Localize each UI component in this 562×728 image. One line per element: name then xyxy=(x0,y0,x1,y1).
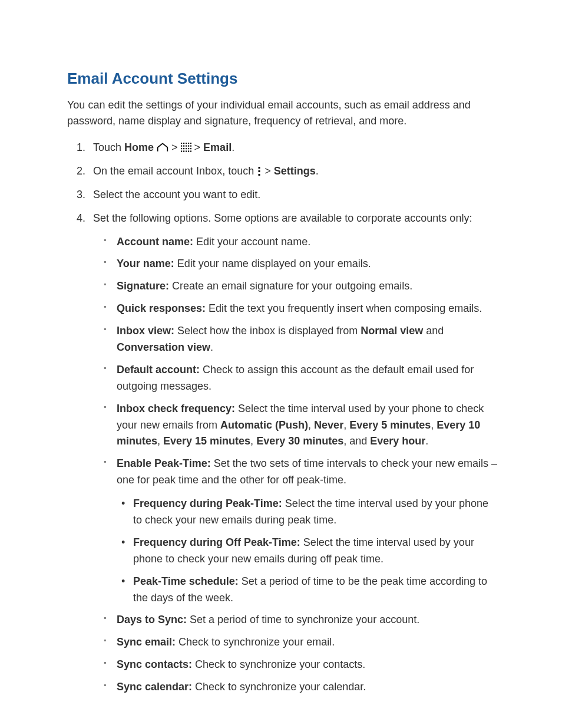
svg-rect-10 xyxy=(181,148,182,149)
svg-rect-20 xyxy=(259,167,260,169)
opt-enable-peak-time: Enable Peak-Time: Set the two sets of ti… xyxy=(117,456,497,606)
opt-label: Inbox view: xyxy=(117,325,174,337)
svg-rect-16 xyxy=(183,151,184,152)
opt-default-account: Default account: Check to assign this ac… xyxy=(117,362,497,395)
svg-rect-15 xyxy=(181,151,182,152)
v: Every 5 minutes xyxy=(349,419,431,431)
peak-sublist: Frequency during Peak-Time: Select the t… xyxy=(117,496,497,606)
opt-quick-responses: Quick responses: Edit the text you frequ… xyxy=(117,301,497,317)
settings-label: Settings xyxy=(274,165,316,177)
svg-rect-1 xyxy=(183,143,184,144)
v: Every 30 minutes xyxy=(256,435,343,447)
step-1: Touch Home > > Email. xyxy=(93,140,497,156)
opt-sync-contacts: Sync contacts: Check to synchronize your… xyxy=(117,657,497,673)
step-text: Set the following options. Some options … xyxy=(93,212,472,224)
t: , xyxy=(157,435,163,447)
dot: . xyxy=(210,341,213,353)
sub-peak-schedule: Peak-Time schedule: Set a period of time… xyxy=(133,574,497,607)
step-text: On the email account Inbox, touch xyxy=(93,165,257,177)
svg-rect-12 xyxy=(186,148,187,149)
apps-grid-icon xyxy=(181,143,191,152)
dot: . xyxy=(316,165,319,177)
svg-rect-22 xyxy=(259,174,260,176)
svg-rect-13 xyxy=(188,148,189,149)
svg-rect-8 xyxy=(188,146,189,147)
svg-rect-3 xyxy=(188,143,189,144)
page-title: Email Account Settings xyxy=(67,70,497,88)
gt: > xyxy=(168,141,181,153)
svg-rect-2 xyxy=(186,143,187,144)
svg-rect-11 xyxy=(183,148,184,149)
t: , xyxy=(308,419,314,431)
opt-your-name: Your name: Edit your name displayed on y… xyxy=(117,256,497,272)
svg-rect-21 xyxy=(259,170,260,172)
home-label: Home xyxy=(124,141,154,153)
step-4: Set the following options. Some options … xyxy=(93,210,497,696)
step-text: Touch xyxy=(93,141,124,153)
step-3: Select the account you want to edit. xyxy=(93,187,497,203)
intro-paragraph: You can edit the settings of your indivi… xyxy=(67,97,497,129)
opt-label: Your name: xyxy=(117,258,174,269)
opt-desc: Create an email signature for your outgo… xyxy=(169,280,412,292)
t: , and xyxy=(343,435,370,447)
gt: > xyxy=(191,141,204,153)
opt-label: Days to Sync: xyxy=(117,614,187,625)
steps-list: Touch Home > > Email. On the email accou… xyxy=(67,140,497,696)
opt-sync-email: Sync email: Check to synchronize your em… xyxy=(117,634,497,651)
sub-label: Peak-Time schedule: xyxy=(133,575,239,587)
svg-rect-17 xyxy=(186,151,187,152)
svg-rect-7 xyxy=(186,146,187,147)
v: Every 15 minutes xyxy=(163,435,250,447)
step-2: On the email account Inbox, touch > Sett… xyxy=(93,163,497,180)
v: Automatic (Push) xyxy=(220,419,308,431)
opt-desc: Edit your name displayed on your emails. xyxy=(174,258,371,269)
svg-rect-5 xyxy=(181,146,182,147)
options-list: Account name: Edit your account name. Yo… xyxy=(93,234,497,696)
opt-days-to-sync: Days to Sync: Set a period of time to sy… xyxy=(117,612,497,628)
dot: . xyxy=(425,435,428,447)
sub-label: Frequency during Peak-Time: xyxy=(133,498,282,509)
opt-desc: Set a period of time to synchronize your… xyxy=(187,614,419,625)
sub-label: Frequency during Off Peak-Time: xyxy=(133,536,300,548)
t: , xyxy=(250,435,256,447)
opt-label: Quick responses: xyxy=(117,302,206,314)
document-page: Email Account Settings You can edit the … xyxy=(0,0,562,728)
t: , xyxy=(343,419,349,431)
opt-desc: Check to synchronize your calendar. xyxy=(192,681,366,693)
sub-freq-peak: Frequency during Peak-Time: Select the t… xyxy=(133,496,497,529)
sub-freq-off-peak: Frequency during Off Peak-Time: Select t… xyxy=(133,535,497,568)
opt-desc: Edit your account name. xyxy=(193,236,310,248)
opt-desc: Check to synchronize your email. xyxy=(176,636,335,648)
opt-account-name: Account name: Edit your account name. xyxy=(117,234,497,251)
opt-label: Signature: xyxy=(117,280,169,292)
opt-label: Inbox check frequency: xyxy=(117,403,235,414)
opt-sync-calendar: Sync calendar: Check to synchronize your… xyxy=(117,679,497,696)
opt-inbox-check-frequency: Inbox check frequency: Select the time i… xyxy=(117,401,497,450)
t: , xyxy=(431,419,437,431)
opt-label: Account name: xyxy=(117,236,193,248)
opt-signature: Signature: Create an email signature for… xyxy=(117,278,497,295)
opt-label: Sync calendar: xyxy=(117,681,192,693)
opt-desc: Edit the text you frequently insert when… xyxy=(206,302,482,314)
v: Every hour xyxy=(370,435,425,447)
gt: > xyxy=(262,165,274,177)
svg-rect-6 xyxy=(183,146,184,147)
v: Never xyxy=(314,419,343,431)
opt-label: Enable Peak-Time: xyxy=(117,457,211,469)
opt-inbox-view: Inbox view: Select how the inbox is disp… xyxy=(117,323,497,356)
t: and xyxy=(423,325,444,337)
dot: . xyxy=(232,141,234,153)
overflow-menu-icon xyxy=(257,167,262,176)
conversation-view-label: Conversation view xyxy=(117,341,210,353)
opt-desc: Select how the inbox is displayed from xyxy=(174,325,361,337)
opt-label: Sync contacts: xyxy=(117,658,192,670)
opt-label: Sync email: xyxy=(117,636,176,648)
email-label: Email xyxy=(203,141,232,153)
opt-label: Default account: xyxy=(117,364,200,375)
opt-desc: Check to synchronize your contacts. xyxy=(192,658,365,670)
svg-rect-0 xyxy=(181,143,182,144)
home-icon xyxy=(157,143,168,152)
normal-view-label: Normal view xyxy=(361,325,423,337)
svg-rect-18 xyxy=(188,151,189,152)
